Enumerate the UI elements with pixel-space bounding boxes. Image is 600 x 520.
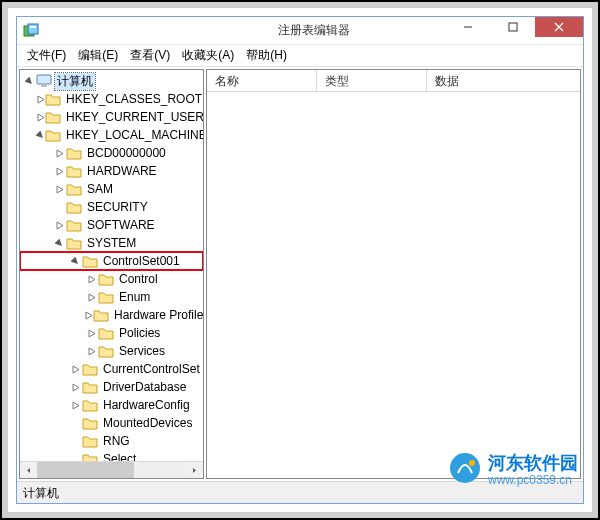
expander-closed-icon[interactable]: [36, 95, 45, 104]
column-name[interactable]: 名称: [207, 70, 317, 91]
tree-node-services[interactable]: Services: [20, 342, 203, 360]
menu-view[interactable]: 查看(V): [124, 47, 176, 64]
regedit-icon: [23, 23, 39, 39]
column-type[interactable]: 类型: [317, 70, 427, 91]
tree-label: HardwareConfig: [101, 398, 192, 412]
scroll-track[interactable]: [37, 462, 186, 478]
folder-icon: [66, 200, 82, 214]
tree-node-software[interactable]: SOFTWARE: [20, 216, 203, 234]
folder-icon: [66, 164, 82, 178]
menubar: 文件(F) 编辑(E) 查看(V) 收藏夹(A) 帮助(H): [17, 45, 583, 67]
tree-node-driverdb[interactable]: DriverDatabase: [20, 378, 203, 396]
statusbar: 计算机: [17, 481, 583, 503]
folder-icon: [98, 344, 114, 358]
maximize-button[interactable]: [490, 17, 535, 37]
expander-closed-icon[interactable]: [52, 149, 66, 158]
folder-icon: [82, 380, 98, 394]
expander-closed-icon[interactable]: [68, 365, 82, 374]
tree-node-rng[interactable]: RNG: [20, 432, 203, 450]
menu-help[interactable]: 帮助(H): [240, 47, 293, 64]
expander-closed-icon[interactable]: [84, 347, 98, 356]
minimize-button[interactable]: [445, 17, 490, 37]
tree-node-enum[interactable]: Enum: [20, 288, 203, 306]
tree-label: DriverDatabase: [101, 380, 188, 394]
folder-icon: [98, 290, 114, 304]
tree-label: Services: [117, 344, 167, 358]
expander-open-icon[interactable]: [52, 239, 66, 248]
tree-node-bcd[interactable]: BCD00000000: [20, 144, 203, 162]
menu-file[interactable]: 文件(F): [21, 47, 72, 64]
tree-label: HKEY_LOCAL_MACHINE: [64, 128, 204, 142]
tree-label: HKEY_CURRENT_USER: [64, 110, 204, 124]
expander-closed-icon[interactable]: [84, 329, 98, 338]
scroll-left-icon[interactable]: [20, 462, 37, 478]
tree-node-security[interactable]: SECURITY: [20, 198, 203, 216]
tree-pane[interactable]: 计算机 HKEY_CLASSES_ROOT HKEY_CURRENT_USER …: [19, 69, 204, 479]
folder-icon: [66, 146, 82, 160]
statusbar-path: 计算机: [23, 486, 59, 500]
tree-node-control[interactable]: Control: [20, 270, 203, 288]
svg-rect-7: [37, 75, 51, 84]
tree-label: MountedDevices: [101, 416, 194, 430]
folder-icon: [66, 182, 82, 196]
tree-node-ccs[interactable]: CurrentControlSet: [20, 360, 203, 378]
tree-label: HKEY_CLASSES_ROOT: [64, 92, 204, 106]
tree-node-hwconfig[interactable]: HardwareConfig: [20, 396, 203, 414]
window-controls: [445, 17, 583, 44]
horizontal-scrollbar[interactable]: [20, 461, 203, 478]
expander-open-icon[interactable]: [68, 257, 82, 266]
column-data[interactable]: 数据: [427, 70, 580, 91]
tree-node-hwprofiles[interactable]: Hardware Profiles: [20, 306, 203, 324]
folder-icon: [98, 272, 114, 286]
list-body[interactable]: [207, 92, 580, 478]
folder-icon: [45, 92, 61, 106]
tree-label: BCD00000000: [85, 146, 168, 160]
tree-label: HARDWARE: [85, 164, 159, 178]
tree-node-hkcu[interactable]: HKEY_CURRENT_USER: [20, 108, 203, 126]
tree-node-hklm[interactable]: HKEY_LOCAL_MACHINE: [20, 126, 203, 144]
expander-closed-icon[interactable]: [52, 167, 66, 176]
tree-label: RNG: [101, 434, 132, 448]
expander-closed-icon[interactable]: [84, 275, 98, 284]
tree-node-policies[interactable]: Policies: [20, 324, 203, 342]
tree-node-mounteddev[interactable]: MountedDevices: [20, 414, 203, 432]
computer-icon: [36, 74, 52, 88]
folder-icon: [45, 110, 61, 124]
menu-favorites[interactable]: 收藏夹(A): [176, 47, 240, 64]
scroll-thumb[interactable]: [37, 462, 134, 478]
expander-closed-icon[interactable]: [36, 113, 45, 122]
tree-node-sam[interactable]: SAM: [20, 180, 203, 198]
registry-tree: 计算机 HKEY_CLASSES_ROOT HKEY_CURRENT_USER …: [20, 70, 203, 479]
tree-node-system[interactable]: SYSTEM: [20, 234, 203, 252]
tree-label: Control: [117, 272, 160, 286]
svg-rect-4: [509, 23, 517, 31]
folder-icon: [82, 398, 98, 412]
expander-closed-icon[interactable]: [52, 221, 66, 230]
tree-node-computer[interactable]: 计算机: [20, 72, 203, 90]
tree-label: Hardware Profiles: [112, 308, 204, 322]
expander-closed-icon[interactable]: [68, 383, 82, 392]
expander-open-icon[interactable]: [36, 131, 45, 140]
expander-closed-icon[interactable]: [68, 401, 82, 410]
expander-open-icon[interactable]: [22, 77, 36, 86]
expander-closed-icon[interactable]: [84, 311, 93, 320]
svg-rect-2: [30, 26, 36, 28]
outer-frame: 注册表编辑器 文件(F) 编辑(E) 查看(V) 收藏夹(A) 帮助(H) 计算…: [2, 2, 598, 518]
titlebar[interactable]: 注册表编辑器: [17, 17, 583, 45]
menu-edit[interactable]: 编辑(E): [72, 47, 124, 64]
folder-icon: [45, 128, 61, 142]
tree-node-controlset001[interactable]: ControlSet001: [20, 252, 203, 270]
expander-closed-icon[interactable]: [84, 293, 98, 302]
values-list-pane[interactable]: 名称 类型 数据: [206, 69, 581, 479]
tree-label: SAM: [85, 182, 115, 196]
body-area: 计算机 HKEY_CLASSES_ROOT HKEY_CURRENT_USER …: [17, 67, 583, 481]
tree-node-hardware[interactable]: HARDWARE: [20, 162, 203, 180]
svg-rect-1: [28, 24, 38, 34]
tree-label: Enum: [117, 290, 152, 304]
expander-closed-icon[interactable]: [52, 185, 66, 194]
close-button[interactable]: [535, 17, 583, 37]
folder-icon: [66, 236, 82, 250]
tree-node-hkcr[interactable]: HKEY_CLASSES_ROOT: [20, 90, 203, 108]
list-header: 名称 类型 数据: [207, 70, 580, 92]
scroll-right-icon[interactable]: [186, 462, 203, 478]
